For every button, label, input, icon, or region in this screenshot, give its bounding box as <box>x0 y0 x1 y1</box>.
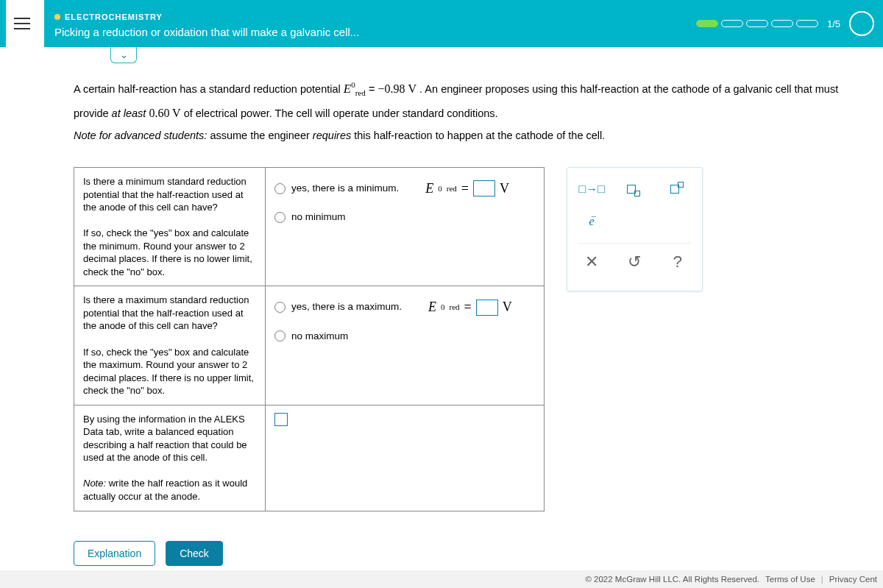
emph: requires <box>313 130 351 141</box>
prompt-text: assume the engineer <box>210 130 312 141</box>
arrow-tool[interactable]: □→□ <box>578 178 605 200</box>
no-minimum-radio[interactable] <box>274 212 286 223</box>
equation-input[interactable] <box>274 413 288 426</box>
reset-button[interactable]: ↺ <box>621 251 648 273</box>
unit-label: V <box>500 180 509 197</box>
topic-label: ELECTROCHEMISTRY <box>65 13 163 21</box>
question-text: By using the information in the ALEKS Da… <box>83 413 256 464</box>
progress-seg <box>721 20 743 27</box>
option-row: no maximum <box>274 330 535 343</box>
help-button[interactable]: ? <box>664 251 691 273</box>
menu-button[interactable] <box>6 0 44 47</box>
work-area: Is there a minimum standard reduction po… <box>74 167 873 511</box>
ered-expression: E0red = V <box>425 180 509 197</box>
content-area: ⌄ A certain half-reaction has a standard… <box>0 47 883 570</box>
reset-icon: ↺ <box>628 252 641 272</box>
option-label: no minimum <box>291 210 346 224</box>
topic-dot-icon <box>54 14 60 20</box>
question-cell: By using the information in the ALEKS Da… <box>74 405 266 511</box>
progress-text: 1/5 <box>827 18 840 29</box>
option-label: yes, there is a maximum. <box>291 300 402 314</box>
symbol-palette: □→□ e ✕ ↺ ? <box>567 167 703 291</box>
lesson-title: Picking a reduction or oxidation that wi… <box>54 26 696 38</box>
progress-seg <box>746 20 768 27</box>
prompt-text: of electrical power. The cell will opera… <box>184 107 498 119</box>
prompt-text: this half-reaction to happen at the cath… <box>354 130 605 141</box>
option-row: no minimum <box>274 210 535 224</box>
electron-tool[interactable]: e <box>578 210 605 233</box>
option-row: yes, there is a maximum. E0red = V <box>274 298 535 316</box>
progress-seg <box>696 20 718 27</box>
next-button[interactable] <box>849 11 874 36</box>
question-text: Note: write the half reaction as it woul… <box>83 477 256 503</box>
option-label: no maximum <box>291 330 348 343</box>
progress-block: 1/5 <box>696 11 874 36</box>
question-text: If so, check the "yes" box and calculate… <box>83 227 256 278</box>
check-button[interactable]: Check <box>166 541 223 566</box>
expand-tab[interactable]: ⌄ <box>110 47 137 63</box>
question-table: Is there a minimum standard reduction po… <box>74 167 545 511</box>
yes-maximum-radio[interactable] <box>274 302 286 313</box>
close-icon: ✕ <box>585 252 598 272</box>
terms-link[interactable]: Terms of Use <box>765 575 815 584</box>
lesson-block: ELECTROCHEMISTRY Picking a reduction or … <box>54 10 696 38</box>
answer-cell <box>266 405 545 511</box>
no-maximum-radio[interactable] <box>274 330 286 341</box>
question-text: Is there a maximum standard reduction po… <box>83 294 256 333</box>
minimum-value-input[interactable] <box>473 180 495 196</box>
potential-value: −0.98 <box>377 82 405 95</box>
action-bar: Explanation Check <box>74 541 223 566</box>
prompt-text: A certain half-reaction has a standard r… <box>74 83 344 95</box>
progress-seg <box>771 20 793 27</box>
hamburger-icon <box>6 7 38 40</box>
table-row: Is there a maximum standard reduction po… <box>74 286 545 405</box>
progress-track <box>696 20 818 27</box>
emph: at least <box>112 107 146 119</box>
yes-minimum-radio[interactable] <box>274 183 286 194</box>
question-text: If so, check the "yes" box and calculate… <box>83 346 256 397</box>
privacy-link[interactable]: Privacy Cent <box>829 575 877 584</box>
option-row: yes, there is a minimum. E0red = V <box>274 180 535 197</box>
progress-seg <box>796 20 818 27</box>
question-cell: Is there a minimum standard reduction po… <box>74 168 266 286</box>
potential-unit: V <box>408 82 417 95</box>
answer-cell: yes, there is a minimum. E0red = V no mi… <box>266 168 545 286</box>
explanation-button[interactable]: Explanation <box>74 541 155 566</box>
app-header: ELECTROCHEMISTRY Picking a reduction or … <box>0 0 883 47</box>
help-icon: ? <box>673 252 682 272</box>
footer: © 2022 McGraw Hill LLC. All Rights Reser… <box>0 570 883 588</box>
power-value: 0.60 V <box>149 107 180 119</box>
question-text: Is there a minimum standard reduction po… <box>83 175 256 214</box>
superscript-tool[interactable] <box>664 178 691 200</box>
maximum-value-input[interactable] <box>476 300 498 316</box>
question-cell: Is there a maximum standard reduction po… <box>74 286 266 405</box>
topic-chip: ELECTROCHEMISTRY <box>54 13 163 21</box>
equals: = <box>369 83 378 95</box>
ered-expression: E0red = V <box>428 298 512 316</box>
option-label: yes, there is a minimum. <box>291 182 399 195</box>
ered-symbol: E0red <box>344 82 369 96</box>
note-label: Note for advanced students: <box>74 130 207 141</box>
subscript-tool[interactable] <box>621 178 648 200</box>
clear-button[interactable]: ✕ <box>578 251 605 273</box>
unit-label: V <box>503 298 512 316</box>
answer-cell: yes, there is a maximum. E0red = V no ma… <box>266 286 545 405</box>
table-row: Is there a minimum standard reduction po… <box>74 168 545 286</box>
copyright-text: © 2022 McGraw Hill LLC. All Rights Reser… <box>585 575 759 584</box>
chevron-down-icon: ⌄ <box>120 49 128 60</box>
table-row: By using the information in the ALEKS Da… <box>74 405 545 511</box>
question-prompt: A certain half-reaction has a standard r… <box>74 77 873 146</box>
